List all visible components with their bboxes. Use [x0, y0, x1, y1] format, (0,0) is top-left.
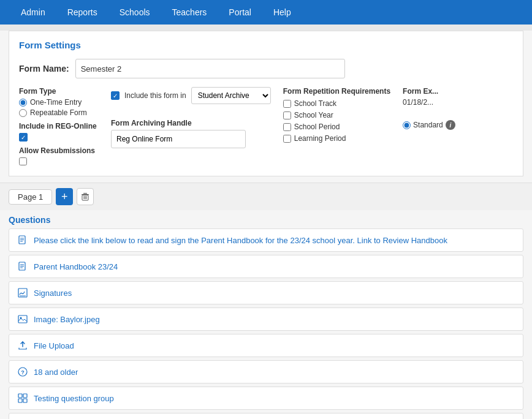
trash-icon — [81, 192, 89, 201]
one-time-entry-row: One-Time Entry — [19, 98, 99, 107]
nav-schools[interactable]: Schools — [108, 0, 161, 25]
top-nav: Admin Reports Schools Teachers Portal He… — [0, 0, 532, 25]
settings-grid: Form Type One-Time Entry Repeatable Form… — [19, 87, 513, 167]
questions-label: Questions — [9, 210, 523, 228]
page-tab-1[interactable]: Page 1 — [9, 189, 52, 205]
svg-rect-22 — [18, 399, 22, 402]
question-item-5[interactable]: File Upload — [9, 334, 523, 357]
question-item-6[interactable]: ? 18 and older — [9, 360, 523, 383]
image-icon — [18, 314, 28, 324]
question-text-3: Signatures — [34, 289, 72, 298]
document-icon-1 — [18, 235, 28, 245]
school-track-label: School Track — [294, 99, 336, 108]
school-year-label: School Year — [294, 111, 333, 119]
form-name-label: Form Name: — [19, 64, 69, 74]
nav-portal[interactable]: Portal — [218, 0, 262, 25]
form-type-block: Form Type One-Time Entry Repeatable Form… — [19, 87, 99, 167]
include-reg-row: ✓ — [19, 133, 99, 142]
group-icon — [18, 393, 28, 403]
question-text-2: Parent Handbook 23/24 — [34, 262, 118, 271]
form-name-input[interactable] — [75, 59, 345, 78]
question-item-2[interactable]: Parent Handbook 23/24 — [9, 255, 523, 278]
form-settings-title: Form Settings — [19, 40, 513, 50]
question-item-1[interactable]: Please click the link below to read and … — [9, 228, 523, 252]
standard-label: Standard — [413, 121, 443, 129]
svg-rect-20 — [18, 394, 22, 398]
nav-help[interactable]: Help — [262, 0, 302, 25]
page-tabs-bar: Page 1 + — [0, 183, 532, 210]
form-repetition-block: Form Repetition Requirements School Trac… — [283, 87, 390, 146]
allow-resubmissions-row — [19, 157, 99, 165]
student-archive-dropdown[interactable]: Student Archive School Archive — [191, 87, 271, 104]
form-expiry-block: Form Ex... 01/18/2... Standard i — [403, 87, 455, 130]
question-item-3[interactable]: Signatures — [9, 281, 523, 304]
svg-rect-16 — [18, 315, 27, 323]
include-reg-checkbox[interactable]: ✓ — [19, 133, 28, 142]
form-expiry-value: 01/18/2... — [403, 98, 455, 107]
learning-period-row: Learning Period — [283, 134, 390, 143]
question-text-7: Testing question group — [34, 394, 114, 403]
include-form-row: ✓ Include this form in Student Archive S… — [111, 87, 271, 104]
learning-period-checkbox[interactable] — [283, 135, 291, 143]
school-year-row: School Year — [283, 111, 390, 119]
form-type-label: Form Type — [19, 87, 99, 96]
nav-reports[interactable]: Reports — [56, 0, 108, 25]
archive-handle-input[interactable] — [111, 130, 246, 148]
school-period-checkbox[interactable] — [283, 123, 291, 131]
main-content: Form Settings Form Name: Form Type One-T… — [0, 31, 532, 419]
question-circle-icon-1: ? — [18, 367, 28, 377]
standard-radio[interactable] — [403, 121, 411, 129]
include-form-block: ✓ Include this form in Student Archive S… — [111, 87, 271, 148]
document-icon-2 — [18, 262, 28, 271]
learning-period-label: Learning Period — [294, 134, 346, 143]
repeatable-form-label: Repeatable Form — [30, 108, 87, 117]
question-text-6: 18 and older — [34, 368, 78, 377]
svg-rect-23 — [23, 399, 27, 402]
question-item-4[interactable]: Image: Baylor.jpeg — [9, 308, 523, 331]
repeatable-form-radio[interactable] — [19, 109, 27, 117]
allow-resubmissions-checkbox[interactable] — [19, 157, 27, 165]
app-wrapper: Admin Reports Schools Teachers Portal He… — [0, 0, 532, 419]
nav-admin[interactable]: Admin — [10, 0, 56, 25]
standard-block: Standard i — [403, 120, 455, 130]
question-item-8[interactable]: ? Why is this here — [9, 413, 523, 419]
archive-handle-label: Form Archiving Handle — [111, 119, 271, 127]
form-repetition-label: Form Repetition Requirements — [283, 87, 390, 96]
upload-icon — [18, 341, 28, 350]
include-form-label: Include this form in — [124, 91, 186, 100]
one-time-entry-radio[interactable] — [19, 99, 27, 107]
question-item-7[interactable]: Testing question group — [9, 387, 523, 410]
form-settings-section: Form Settings Form Name: Form Type One-T… — [9, 31, 523, 176]
form-name-row: Form Name: — [19, 59, 513, 78]
svg-text:?: ? — [21, 369, 25, 376]
nav-teachers[interactable]: Teachers — [161, 0, 218, 25]
school-year-checkbox[interactable] — [283, 111, 291, 119]
svg-rect-1 — [83, 193, 87, 194]
school-period-row: School Period — [283, 123, 390, 131]
signature-icon — [18, 288, 28, 298]
archive-handle-block: Form Archiving Handle — [111, 119, 271, 148]
questions-section: Questions Please click the link below to… — [9, 210, 523, 419]
info-icon[interactable]: i — [446, 120, 455, 130]
school-track-checkbox[interactable] — [283, 100, 291, 108]
question-text-4: Image: Baylor.jpeg — [34, 315, 100, 324]
school-period-label: School Period — [294, 123, 340, 131]
repeatable-form-row: Repeatable Form — [19, 108, 99, 117]
allow-resubmissions-label: Allow Resubmissions — [19, 146, 99, 155]
one-time-entry-label: One-Time Entry — [30, 98, 82, 107]
question-text-1: Please click the link below to read and … — [34, 236, 447, 245]
form-expiry-label: Form Ex... — [403, 87, 455, 96]
add-page-button[interactable]: + — [56, 188, 73, 205]
svg-rect-21 — [23, 394, 27, 398]
include-form-checkbox[interactable]: ✓ — [111, 91, 120, 100]
school-track-row: School Track — [283, 99, 390, 108]
include-reg-label: Include in REG-Online — [19, 122, 99, 130]
question-text-5: File Upload — [34, 341, 74, 350]
delete-page-button[interactable] — [77, 188, 94, 205]
